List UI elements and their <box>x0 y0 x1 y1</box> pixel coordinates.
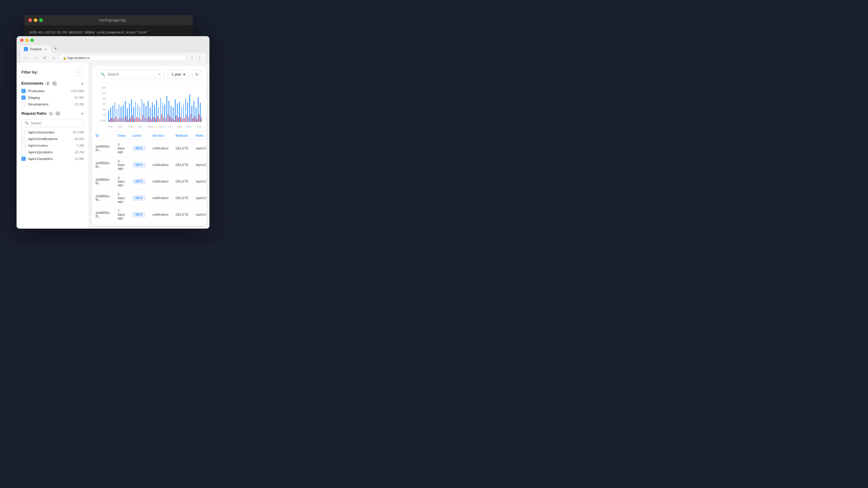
refresh-button[interactable]: ↻ <box>192 70 202 79</box>
environments-clear-btn[interactable]: × <box>52 81 57 86</box>
pymentes-checkbox[interactable] <box>22 130 26 134</box>
forward-btn[interactable]: → <box>32 55 39 61</box>
xlabel-feb: Feb <box>118 125 123 128</box>
level-badge: INFO <box>133 195 145 201</box>
col-path[interactable]: Path ↓ <box>192 131 207 140</box>
environments-toggle[interactable]: ∧ <box>81 82 84 86</box>
xlabel-nov: Nov <box>197 125 202 128</box>
search-clear-btn[interactable]: × <box>158 72 161 76</box>
produtcs-count: 24.7M <box>74 150 84 154</box>
bar-red-14 <box>138 118 139 122</box>
development-checkbox[interactable] <box>22 102 26 106</box>
users-checkbox[interactable] <box>22 143 26 148</box>
bar-red-5 <box>120 118 121 122</box>
table-row[interactable]: a3df882e-f9...5 days agoINFOnotification… <box>92 190 207 206</box>
bar-red-42 <box>196 119 197 122</box>
terminal-maximize-btn[interactable] <box>39 19 43 22</box>
col-service[interactable]: Service <box>149 131 172 140</box>
star-btn[interactable]: ☆ <box>188 55 195 61</box>
environments-badge: 2 <box>45 82 51 86</box>
bar-red-37 <box>186 115 187 122</box>
bar-group-22 <box>154 86 156 122</box>
lock-icon: 🔒 <box>63 56 66 60</box>
bar-group-14 <box>137 86 139 122</box>
bar-red-34 <box>180 117 181 122</box>
table-row[interactable]: a3df882e-f9...2 days agoINFOnotification… <box>92 140 207 157</box>
bar-red-24 <box>159 119 160 122</box>
analytics-label-group: /api/v1/analytics <box>22 157 53 161</box>
table-row[interactable]: a3df882e-f9...7 days agoINFOnotification… <box>92 206 207 223</box>
terminal-minimize-btn[interactable] <box>34 19 37 22</box>
notifications-checkbox[interactable] <box>22 137 26 141</box>
produtcs-checkbox[interactable] <box>22 150 26 154</box>
notifications-label-group: /api/v1/notifications <box>22 137 58 141</box>
main-search-input[interactable] <box>107 72 156 76</box>
bar-red-39 <box>190 114 191 122</box>
bar-group-19 <box>148 86 150 122</box>
col-time[interactable]: Time <box>114 131 129 140</box>
cell-level: INFO <box>129 206 149 223</box>
development-count: 22.3M <box>74 102 84 106</box>
home-btn[interactable]: ⌂ <box>50 55 57 61</box>
bar-red-25 <box>161 115 162 122</box>
browser-window: Tinybird × + ← → ↺ ⌂ 🔒 logs.tinybird.co … <box>17 36 210 229</box>
search-icon: 🔍 <box>101 72 105 76</box>
bar-red-27 <box>165 118 166 122</box>
request-paths-search-input[interactable] <box>31 121 81 125</box>
table-row[interactable]: a3df882e-f9...4 days agoINFOnotification… <box>92 157 207 173</box>
filter-collapse-btn[interactable]: ← <box>75 68 84 76</box>
level-badge: INFO <box>133 162 145 167</box>
production-checkbox[interactable] <box>22 89 26 93</box>
bar-red-0 <box>109 120 110 122</box>
request-paths-toggle[interactable]: ∧ <box>81 111 84 116</box>
staging-checkbox[interactable] <box>22 96 26 100</box>
ylabel-500k: 500K <box>100 119 106 122</box>
url-text[interactable]: logs.tinybird.co <box>67 56 90 60</box>
back-btn[interactable]: ← <box>23 55 30 61</box>
request-paths-clear-btn[interactable]: × <box>56 111 60 116</box>
bar-group-42 <box>195 86 197 122</box>
menu-btn[interactable]: ⋮ <box>196 55 203 61</box>
bar-group-16 <box>142 86 144 122</box>
bar-red-6 <box>122 119 123 122</box>
bar-group-34 <box>179 86 181 122</box>
staging-label: Staging <box>28 96 40 99</box>
time-filter-label: 1 year <box>172 72 181 76</box>
filter-item-analytics: /api/v1/analytics 10.9M <box>22 157 84 161</box>
terminal-title: /var/logs/app.log <box>99 18 125 22</box>
cell-path: /api/v1/notifications <box>192 206 207 223</box>
development-label: Development <box>28 102 49 106</box>
chart-yaxis: 13M 8M 5M 3M 2M 1M 500K <box>97 86 107 122</box>
filter-item-users: /api/v1/users 7.2M <box>22 143 84 148</box>
table-header: ID Time Level Service Method Path ↓ Stat… <box>92 131 207 140</box>
time-filter-dropdown[interactable]: 1 year ▾ <box>167 70 189 79</box>
tab-label: Tinybird <box>30 47 41 51</box>
bar-blue-6 <box>121 107 121 122</box>
table-area: ID Time Level Service Method Path ↓ Stat… <box>92 131 207 223</box>
cell-id: a3df882e-f9... <box>92 157 114 173</box>
cell-time: 2 days ago <box>114 140 129 157</box>
col-method[interactable]: Method <box>172 131 192 140</box>
browser-close-btn[interactable] <box>20 38 24 42</box>
browser-minimize-btn[interactable] <box>25 38 29 42</box>
produtcs-label-group: /api/v1/produtcs <box>22 150 53 154</box>
browser-tab-active[interactable]: Tinybird × <box>20 45 51 53</box>
bar-group-35 <box>181 86 183 122</box>
search-icon: 🔍 <box>25 121 29 125</box>
ylabel-13m: 13M <box>101 86 106 89</box>
analytics-checkbox[interactable] <box>22 157 26 161</box>
bar-red-41 <box>194 117 195 122</box>
browser-maximize-btn[interactable] <box>30 38 34 42</box>
bar-blue-28 <box>166 96 167 122</box>
refresh-btn-nav[interactable]: ↺ <box>41 55 48 61</box>
bar-red-18 <box>147 119 148 122</box>
table-header-row: ID Time Level Service Method Path ↓ Stat… <box>92 131 207 140</box>
production-label-group: Production <box>22 89 44 93</box>
col-level[interactable]: Level <box>129 131 149 140</box>
tab-close-btn[interactable]: × <box>43 47 48 51</box>
col-id[interactable]: ID <box>92 131 114 140</box>
new-tab-btn[interactable]: + <box>52 44 59 53</box>
bar-group-13 <box>135 86 137 122</box>
table-row[interactable]: a3df882e-f9...4 days agoINFOnotification… <box>92 173 207 190</box>
terminal-close-btn[interactable] <box>28 19 32 22</box>
